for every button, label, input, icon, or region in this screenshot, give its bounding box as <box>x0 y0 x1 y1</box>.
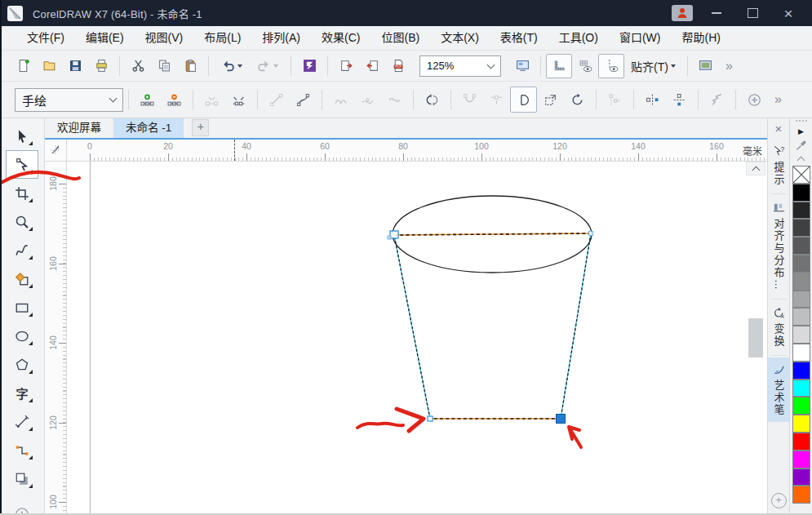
copy-button[interactable] <box>151 54 177 78</box>
palette-swatch-ffff00[interactable] <box>792 415 810 433</box>
account-icon[interactable] <box>672 5 693 21</box>
undo-button[interactable] <box>214 54 250 78</box>
vertical-reflect-nodes-button[interactable] <box>666 87 693 113</box>
cusp-node-button[interactable] <box>327 87 354 113</box>
docker-tab-hint[interactable]: ?提示 <box>768 140 789 192</box>
extend-curve-to-close-button[interactable] <box>456 87 483 113</box>
palette-swatch-bfbfbf[interactable] <box>792 308 810 326</box>
preset-combo[interactable]: 手绘 <box>15 88 123 112</box>
options-button[interactable] <box>693 54 719 78</box>
palette-flyout-icon[interactable]: ▶ <box>798 127 804 135</box>
extract-subpath-button[interactable] <box>483 87 510 113</box>
open-document-button[interactable] <box>36 54 62 78</box>
new-tab-button[interactable]: + <box>192 119 209 136</box>
toolbar-overflow-button[interactable]: » <box>719 59 739 73</box>
paste-button[interactable] <box>177 54 203 78</box>
add-node-button[interactable] <box>134 87 161 113</box>
parallel-dimension-tool[interactable] <box>6 407 38 436</box>
horizontal-ruler[interactable]: 毫米 020406080100120140160 <box>67 140 767 162</box>
select-all-nodes-button[interactable] <box>537 87 564 113</box>
menu-item[interactable]: 表格(T) <box>490 26 548 50</box>
close-button[interactable]: × <box>776 4 801 22</box>
new-document-button[interactable] <box>10 54 36 78</box>
vertical-ruler[interactable]: 180160140120100 <box>45 162 67 515</box>
property-bar-overflow-button[interactable]: » <box>768 92 788 107</box>
menu-item[interactable]: 位图(B) <box>371 26 430 50</box>
export-button[interactable] <box>359 54 385 78</box>
menu-item[interactable]: 编辑(E) <box>75 26 135 50</box>
docker-tab-artistic-media[interactable]: 艺术笔 <box>768 357 789 422</box>
palette-swatch-d9d9d9[interactable] <box>792 326 810 344</box>
palette-swatch-000000[interactable] <box>792 184 810 202</box>
pick-tool[interactable] <box>6 122 38 150</box>
rectangle-tool[interactable] <box>6 293 38 322</box>
menu-item[interactable]: 文件(F) <box>16 26 75 50</box>
maximize-button[interactable] <box>740 4 765 22</box>
eyedropper-icon[interactable] <box>795 138 808 153</box>
palette-swatch-0000ff[interactable] <box>792 362 810 380</box>
delete-node-button[interactable] <box>161 87 188 113</box>
docker-tab-align[interactable]: 对齐与分布… <box>768 196 789 297</box>
palette-swatch-737373[interactable] <box>792 255 810 273</box>
join-two-nodes-button[interactable] <box>198 87 225 113</box>
scroll-up-button[interactable] <box>746 162 765 175</box>
docker-close-button[interactable]: × <box>775 122 783 135</box>
show-guidelines-button[interactable] <box>598 54 624 78</box>
palette-swatch-ff00ff[interactable] <box>792 451 810 468</box>
ellipse-tool[interactable] <box>6 322 38 350</box>
smart-fill-tool[interactable] <box>6 264 38 293</box>
show-rulers-button[interactable] <box>546 54 572 78</box>
curve-smoothness-button[interactable] <box>741 87 768 113</box>
save-document-button[interactable] <box>62 54 88 78</box>
document-tab-active[interactable]: 未命名 -1 <box>113 118 184 138</box>
break-curve-button[interactable] <box>225 87 252 113</box>
align-nodes-button[interactable] <box>601 87 628 113</box>
close-curve-button[interactable] <box>510 87 537 113</box>
palette-swatch-ff0000[interactable] <box>792 433 810 451</box>
palette-swatch-595959[interactable] <box>792 237 810 255</box>
publish-to-pdf-button[interactable]: PDF <box>385 54 411 78</box>
text-tool[interactable]: 字 <box>6 379 38 407</box>
scrollbar-thumb[interactable] <box>748 318 763 357</box>
snap-dropdown[interactable]: 贴齐(T) <box>624 55 682 78</box>
palette-drag-handle[interactable] <box>796 120 807 123</box>
shape-tool[interactable] <box>6 150 38 179</box>
menu-item[interactable]: 帮助(H) <box>671 26 730 50</box>
horizontal-reflect-nodes-button[interactable] <box>639 87 666 113</box>
convert-to-line-button[interactable] <box>263 87 290 113</box>
straight-line-connector-tool[interactable] <box>6 436 38 464</box>
elastic-mode-button[interactable] <box>703 87 730 113</box>
zoom-tool[interactable] <box>6 207 38 236</box>
palette-swatch-00ffff[interactable] <box>792 380 810 397</box>
palette-scroll-up-icon[interactable] <box>797 157 805 165</box>
convert-to-curve-button[interactable] <box>290 87 317 113</box>
cut-button[interactable] <box>125 54 151 78</box>
polygon-tool[interactable] <box>6 350 38 379</box>
palette-swatch-ff6600[interactable] <box>792 486 810 504</box>
docker-tab-transform[interactable]: 变换 <box>768 301 789 353</box>
menu-item[interactable]: 文本(X) <box>430 26 490 50</box>
smooth-node-button[interactable] <box>354 87 381 113</box>
print-button[interactable] <box>88 54 114 78</box>
palette-swatch-404040[interactable] <box>792 219 810 237</box>
palette-swatch-8c8c8c[interactable] <box>792 273 810 291</box>
menu-item[interactable]: 效果(C) <box>311 26 371 50</box>
redo-button[interactable] <box>250 54 286 78</box>
crop-tool[interactable] <box>6 179 38 207</box>
palette-swatch-262626[interactable] <box>792 202 810 220</box>
zoom-level-combo[interactable]: 125% <box>419 55 501 77</box>
freehand-tool[interactable] <box>6 236 38 264</box>
menu-item[interactable]: 窗口(W) <box>609 26 672 50</box>
menu-item[interactable]: 工具(O) <box>548 26 609 50</box>
palette-swatch-8a00c8[interactable] <box>792 468 810 486</box>
palette-swatch-00ff00[interactable] <box>792 397 810 415</box>
symmetrical-node-button[interactable] <box>381 87 408 113</box>
reverse-direction-button[interactable] <box>419 87 446 113</box>
palette-swatch-none[interactable] <box>792 166 810 184</box>
drop-shadow-tool[interactable] <box>6 464 38 493</box>
drawing-canvas[interactable] <box>67 162 767 515</box>
show-grid-button[interactable] <box>572 54 598 78</box>
vertical-scrollbar[interactable] <box>746 162 765 515</box>
docker-add-button[interactable]: + <box>771 493 787 508</box>
import-button[interactable] <box>333 54 359 78</box>
